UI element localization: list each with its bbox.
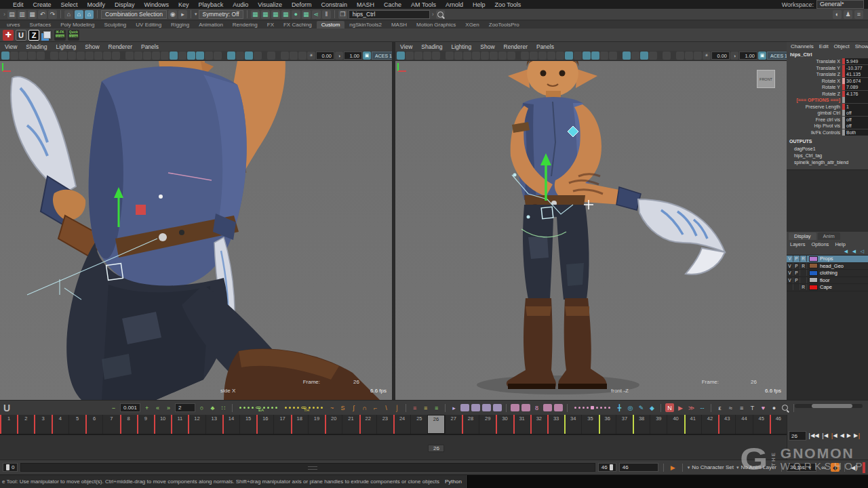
- group-collapse-arrow-2[interactable]: ›: [431, 11, 435, 18]
- lock-icon[interactable]: ◉: [168, 10, 177, 19]
- isolate-select-icon[interactable]: [205, 52, 213, 60]
- image-plane-icon[interactable]: [37, 52, 45, 60]
- grease-pencil-icon[interactable]: [267, 52, 275, 60]
- hidden-line-icon[interactable]: [254, 52, 262, 60]
- pose-icon[interactable]: [493, 404, 502, 411]
- channel-attribute-row[interactable]: Rotate X30.674: [787, 78, 868, 85]
- depth-of-field-icon[interactable]: [591, 52, 599, 60]
- tangent-hump-icon[interactable]: ∩: [360, 403, 369, 412]
- next-view-icon[interactable]: [454, 52, 462, 60]
- timeline-frame-21[interactable]: 21: [342, 415, 359, 434]
- timeline-frame-43[interactable]: 43: [718, 415, 735, 434]
- shelf-tab-fx-caching[interactable]: FX Caching: [279, 21, 317, 28]
- frame-count-field[interactable]: 2: [175, 403, 195, 412]
- timeline-frame-40[interactable]: 40: [667, 415, 684, 434]
- timeline-frame-33[interactable]: 33: [547, 415, 564, 434]
- anim-layer-dropdown[interactable]: ▾No Anim Layer: [736, 464, 776, 470]
- selection-mask-dropdown[interactable]: Combination Selection: [101, 10, 167, 19]
- vp-menu-renderer[interactable]: Renderer: [504, 43, 528, 50]
- attribute-value[interactable]: off: [842, 110, 868, 116]
- previous-key-button[interactable]: |◀: [831, 433, 837, 439]
- tangent-step-icon[interactable]: ⌐: [371, 403, 380, 412]
- attribute-value[interactable]: off: [842, 123, 868, 129]
- ball-icon[interactable]: ●: [770, 403, 778, 412]
- shelf-tab-fx[interactable]: FX: [262, 21, 279, 28]
- snap-curve-icon[interactable]: [290, 52, 298, 60]
- timeline-frame-37[interactable]: 37: [616, 415, 633, 434]
- render-settings-icon[interactable]: ▦: [271, 10, 280, 19]
- xray-joints-icon[interactable]: [236, 52, 244, 60]
- attribute-editor-icon[interactable]: ≡: [854, 10, 863, 19]
- timeline-frame-16[interactable]: 16: [256, 415, 273, 434]
- timeline-frame-18[interactable]: 18: [291, 415, 308, 434]
- layer-menu-options[interactable]: Options: [812, 241, 829, 247]
- viewport-left-canvas[interactable]: Frame: 26 6.6 fps side X: [0, 61, 392, 400]
- xray-icon[interactable]: [609, 52, 617, 60]
- empty-layer-icon[interactable]: ◁: [859, 249, 865, 254]
- attribute-value[interactable]: 4.176: [842, 91, 868, 97]
- redo-icon[interactable]: ↷: [48, 10, 57, 19]
- timeline-frame-25[interactable]: 25: [410, 415, 427, 434]
- attribute-value[interactable]: 1: [842, 104, 868, 110]
- timeline-frame-10[interactable]: 10: [154, 415, 171, 434]
- render-view-icon[interactable]: ●: [292, 10, 300, 19]
- grease-pencil-icon[interactable]: [663, 52, 671, 60]
- vp-menu-shading[interactable]: Shading: [421, 43, 442, 50]
- search-icon[interactable]: [436, 10, 445, 19]
- menu-windows[interactable]: Windows: [140, 1, 174, 8]
- wireframe-icon[interactable]: [521, 52, 529, 60]
- vp-menu-lighting[interactable]: Lighting: [451, 43, 471, 50]
- film-gate-icon[interactable]: [68, 52, 76, 60]
- fps-dropdown[interactable]: 30 fps▾: [787, 463, 816, 472]
- timeline-frame-38[interactable]: 38: [633, 415, 650, 434]
- favorites-icon[interactable]: ♥: [759, 403, 768, 412]
- shadows-icon[interactable]: [161, 52, 169, 60]
- textured-icon[interactable]: [538, 52, 547, 60]
- layer-color-swatch[interactable]: [809, 256, 818, 262]
- undo-icon[interactable]: ↶: [38, 10, 47, 19]
- shelf-tab-urves[interactable]: urves: [2, 21, 25, 28]
- pause-icon[interactable]: ‖: [322, 10, 331, 19]
- screen-space-ao-icon[interactable]: [565, 52, 573, 60]
- layer-menu-help[interactable]: Help: [835, 241, 845, 247]
- gamma-field[interactable]: 1.00: [739, 52, 757, 60]
- layer-r-toggle[interactable]: R: [800, 263, 807, 269]
- timeline-frame-45[interactable]: 45: [753, 415, 770, 434]
- channel-box-menu-channels[interactable]: Channels: [791, 43, 814, 49]
- viewport-right[interactable]: ViewShadingLightingShowRendererPanels ☀0…: [395, 42, 787, 400]
- viewport-right-canvas[interactable]: FRONT Frame: 26 6.6 fps front -Z: [395, 61, 787, 400]
- colorspace-dropdown[interactable]: ACES 1.0 SDR-video (sRGB)▾: [767, 52, 787, 60]
- timeline-frame-6[interactable]: 6: [85, 415, 102, 434]
- attribute-value[interactable]: [842, 97, 868, 103]
- bookmarks-icon[interactable]: [28, 52, 36, 60]
- timeline-frame-11[interactable]: 11: [171, 415, 188, 434]
- shelf-tab-motion-graphics[interactable]: Motion Graphics: [412, 21, 460, 28]
- quick-match-button[interactable]: QuickMatch: [68, 30, 79, 41]
- gamma-icon[interactable]: ◑: [730, 52, 738, 60]
- retime-icon[interactable]: ≈: [726, 403, 735, 412]
- loop-icon[interactable]: ∞: [819, 463, 828, 472]
- render-icon[interactable]: ▦: [251, 10, 260, 19]
- tangent-spline-icon[interactable]: ~: [328, 403, 336, 412]
- channel-attribute-row[interactable]: Translate X5.949: [787, 58, 868, 65]
- grid-dots-icon[interactable]: ∷: [219, 403, 228, 412]
- layer-p-toggle[interactable]: P: [793, 277, 800, 283]
- dock-horizontal-scrollbar[interactable]: [795, 404, 863, 408]
- shelf-tab-custom[interactable]: Custom: [317, 21, 345, 28]
- character-controls-icon[interactable]: ♟: [844, 10, 852, 19]
- film-gate-icon[interactable]: [463, 52, 471, 60]
- tree-icon[interactable]: ♣: [208, 403, 217, 412]
- menu-help[interactable]: Help: [468, 1, 490, 8]
- channel-box-menu-edit[interactable]: Edit: [819, 43, 829, 49]
- shaded-icon[interactable]: [530, 52, 538, 60]
- character-set-dropdown[interactable]: ▾No Character Set: [688, 464, 734, 470]
- timeline-frame-4[interactable]: 4: [52, 415, 68, 434]
- open-scene-icon[interactable]: ▥: [18, 10, 26, 19]
- menu-zoo-tools[interactable]: Zoo Tools: [490, 1, 526, 8]
- layer-color-swatch[interactable]: [809, 285, 818, 290]
- shelf-tab-ngskintools2[interactable]: ngSkinTools2: [344, 21, 387, 28]
- channel-attribute-row[interactable]: Ik/Fk ControlsBoth: [787, 129, 868, 136]
- timeline-frame-30[interactable]: 30: [496, 415, 513, 434]
- camera-attributes-icon[interactable]: [19, 52, 27, 60]
- timeline-frame-3[interactable]: 3: [34, 415, 51, 434]
